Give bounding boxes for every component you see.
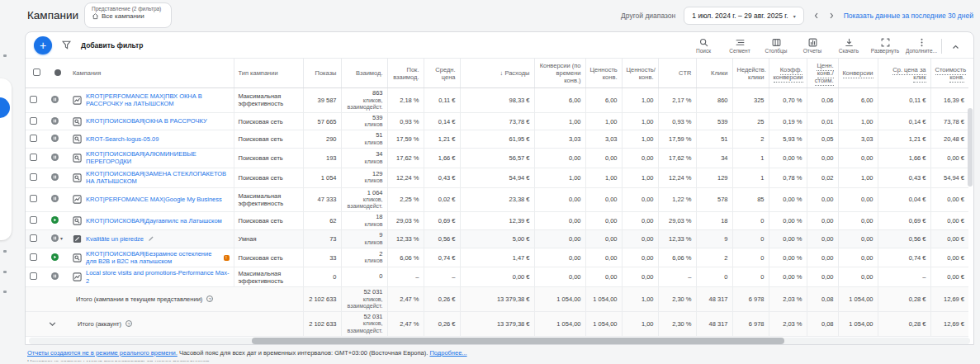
cell-conv_rate: 0,00 % [769, 212, 807, 230]
status-paused-icon[interactable] [51, 173, 59, 181]
campaign-name-link[interactable]: Kvalitāte un pieredze [86, 235, 144, 243]
cell-value: 17,62 % [396, 154, 419, 162]
toolbar-columns-button[interactable]: Столбцы [760, 36, 793, 54]
cell-value: 29,03 % [669, 217, 692, 225]
campaign-name-link[interactable]: KROT|PERFOMANCE MAX|Google My Business [86, 196, 222, 203]
report-footer: Отчеты создаются не в режиме реального в… [27, 349, 972, 362]
cell-value: 0,00 € [947, 217, 964, 225]
nav-item-icon[interactable] [3, 250, 7, 253]
toolbar-segment-button[interactable]: Сегмент [723, 36, 756, 54]
learn-more-link[interactable]: Подробнее... [429, 349, 466, 357]
cell-conv_rate: 0,70 % [769, 88, 807, 113]
col-header-value_per_conv[interactable]: Ценность/конв. [622, 59, 658, 88]
status-paused-icon[interactable] [51, 96, 59, 103]
row-checkbox[interactable] [30, 173, 37, 181]
view-selector-chip[interactable]: Представление (2 фильтра) Все кампании [84, 2, 172, 28]
col-header-cost[interactable]: ↓ Расходы [460, 59, 534, 88]
col-header-conversions[interactable]: Конверсии [838, 59, 878, 88]
row-checkbox[interactable] [30, 272, 37, 280]
col-header-type[interactable]: Тип кампании [234, 59, 303, 88]
status-paused-icon[interactable] [51, 195, 59, 202]
cell-inter_rate: – [387, 267, 424, 287]
campaign-name-link[interactable]: KROT|ПОИСКОВАЯ|ОКНА В РАССРОЧКУ [86, 117, 207, 125]
cell-value: 23,38 € [509, 196, 529, 203]
cell-value: 2,47 % [400, 320, 419, 328]
warning-icon[interactable]: ! [224, 255, 230, 261]
col-header-impressions[interactable]: Показы [303, 59, 341, 88]
date-next-button[interactable] [827, 12, 836, 20]
toolbar-more-button[interactable]: Дополните... [905, 36, 938, 54]
row-checkbox[interactable] [30, 117, 37, 125]
campaign-name-link[interactable]: KROT|ПОИСКОВАЯ|Даугавпилс на Латышском [86, 217, 222, 225]
show-last-30-days-link[interactable]: Показать данные за последние 30 дней [844, 12, 973, 20]
row-checkbox[interactable] [30, 234, 37, 242]
select-all-checkbox[interactable] [33, 69, 40, 76]
help-icon[interactable]: ? [125, 320, 132, 327]
status-enabled-icon[interactable] [51, 216, 59, 224]
collapse-table-button[interactable] [945, 40, 965, 50]
status-paused-icon[interactable] [51, 272, 59, 280]
campaign-name-link[interactable]: KROT-Search-logus-05.09 [86, 135, 159, 143]
cell-value: 578 [717, 196, 728, 203]
col-header-conv_rate[interactable]: Коэфф. конверсии [769, 59, 807, 88]
help-icon[interactable]: ? [206, 295, 213, 302]
campaign-name-link[interactable]: Local store visits and promotions-Perfor… [86, 269, 230, 285]
cell-conv_rate: 2,03 % [769, 287, 807, 312]
col-header-conv_time[interactable]: Конверсии (по времени конв.) [534, 59, 585, 88]
campaign-name-link[interactable]: KROT|PERFOMANCE MAX|ПВХ ОКНА В РАССРОЧКУ… [86, 92, 230, 108]
cell-conversions: 1 054,00 [838, 311, 878, 336]
status-paused-icon[interactable] [51, 154, 59, 161]
row-checkbox[interactable] [30, 135, 37, 142]
add-filter-button[interactable]: Добавить фильтр [81, 41, 143, 50]
status-paused-icon[interactable] [51, 117, 59, 125]
col-header-ctr[interactable]: CTR [658, 59, 696, 88]
col-header-name[interactable]: Кампания [69, 59, 234, 88]
cell-campaign-type: Максимальная эффективность [234, 187, 303, 212]
row-checkbox[interactable] [30, 154, 37, 161]
cell-cost: 54,94 € [460, 168, 534, 187]
nav-item-icon[interactable] [3, 291, 7, 293]
cell-conversions: 0,00 [838, 212, 878, 230]
nav-item-icon[interactable] [3, 54, 7, 57]
cell-select [26, 112, 47, 130]
col-header-avg_cpc[interactable]: Ср. цена за клик [878, 59, 930, 88]
filter-icon[interactable] [62, 40, 71, 50]
toolbar-search-button[interactable]: Поиск [687, 36, 720, 54]
col-header-avg_cost[interactable]: Средн. цена [424, 59, 460, 88]
status-paused-icon[interactable]: ▾ [51, 234, 63, 242]
edit-pencil-icon[interactable] [148, 235, 154, 242]
nav-item-icon[interactable] [3, 271, 7, 273]
interactions-sub-label: кликов, взаимодейст. [346, 320, 383, 333]
cell-value: 0,93 % [400, 118, 419, 125]
cell-value: 6,06 % [672, 254, 691, 262]
toolbar-expand-button[interactable]: Развернуть [869, 36, 902, 54]
col-header-value_per_cost[interactable]: Ценн. конв./ стоим. [807, 59, 838, 88]
date-prev-button[interactable] [812, 12, 821, 20]
col-header-interactions[interactable]: Взаимод. [341, 59, 387, 88]
row-checkbox[interactable] [30, 96, 37, 103]
status-paused-icon[interactable] [51, 135, 59, 142]
horizontal-scrollbar[interactable] [252, 338, 784, 344]
toolbar-reports-button[interactable]: Отчеты [796, 36, 829, 54]
cell-value: 2 [724, 254, 727, 262]
realtime-disclaimer-link[interactable]: Отчеты создаются не в режиме реального в… [27, 349, 178, 357]
row-checkbox[interactable] [30, 195, 37, 202]
vertical-scrollbar[interactable] [968, 108, 973, 187]
campaign-name-link[interactable]: KROT|ПОИСКОВАЯ|Безрамное остекление для … [86, 250, 220, 266]
row-checkbox[interactable] [30, 253, 37, 261]
campaign-name-link[interactable]: KROT|ПОИСКОВАЯ|ЗАМЕНА СТЕКЛОПАКЕТОВ НА Л… [86, 170, 230, 186]
status-enabled-icon[interactable] [51, 253, 59, 261]
date-range-select[interactable]: 1 июл. 2024 г. – 29 авг. 2025 г. ▾ [684, 7, 803, 25]
row-checkbox[interactable] [30, 216, 37, 224]
col-header-clicks[interactable]: Клики [696, 59, 732, 88]
cell-value_per_cost: 0,00 [807, 149, 838, 168]
expand-account-chevron-icon[interactable] [48, 320, 57, 328]
col-header-cost_per_conv[interactable]: Стоимость конв. [930, 59, 968, 88]
cell-value: 539 [717, 118, 728, 125]
toolbar-download-button[interactable]: Скачать [832, 36, 865, 54]
add-campaign-button[interactable]: + [34, 36, 52, 54]
col-header-invalid_clicks[interactable]: Недейств. клики [732, 59, 769, 88]
col-header-inter_rate[interactable]: Пок. взаимод. [387, 59, 424, 88]
col-header-conv_value[interactable]: Ценность конв. [585, 59, 622, 88]
campaign-name-link[interactable]: KROT|ПОИСКОВАЯ|АЛЮМИНИЕВЫЕ ПЕРЕГОРОДКИ [86, 150, 230, 166]
